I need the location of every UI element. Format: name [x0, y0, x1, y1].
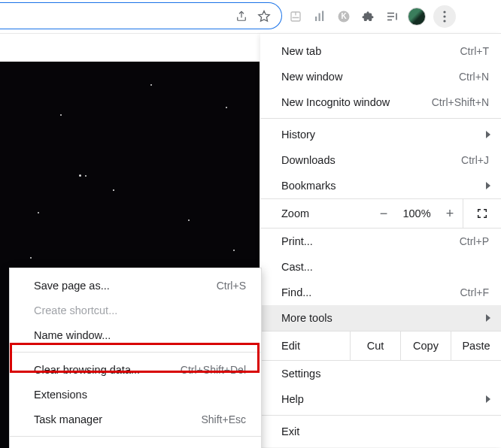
- browser-toolbar: K: [0, 0, 501, 34]
- menu-print[interactable]: Print... Ctrl+P: [260, 229, 501, 254]
- menu-shortcut: Ctrl+Shift+N: [432, 96, 489, 108]
- reading-list-icon[interactable]: [384, 8, 400, 25]
- svg-text:K: K: [341, 12, 347, 20]
- menu-history[interactable]: History: [260, 122, 501, 147]
- menu-bookmarks[interactable]: Bookmarks: [260, 173, 501, 198]
- profile-avatar[interactable]: [408, 8, 426, 26]
- submenu-label: Extensions: [34, 389, 87, 401]
- menu-help[interactable]: Help: [260, 386, 501, 412]
- submenu-extensions[interactable]: Extensions: [10, 382, 261, 407]
- edit-cut-button[interactable]: Cut: [350, 331, 400, 360]
- submenu-save-page[interactable]: Save page as... Ctrl+S: [10, 273, 261, 298]
- menu-edit-row: Edit Cut Copy Paste: [260, 331, 501, 361]
- submenu-shortcut: Shift+Esc: [201, 413, 246, 425]
- share-icon[interactable]: [233, 8, 250, 25]
- submenu-label: Clear browsing data...: [34, 364, 140, 376]
- menu-shortcut: Ctrl+T: [460, 45, 490, 57]
- svg-point-7: [443, 15, 445, 17]
- submenu-clear-browsing-data[interactable]: Clear browsing data... Ctrl+Shift+Del: [10, 357, 261, 382]
- edit-label: Edit: [260, 340, 300, 352]
- submenu-label: Name window...: [34, 329, 111, 341]
- menu-label: Find...: [281, 286, 311, 298]
- zoom-value: 100%: [396, 207, 437, 219]
- menu-zoom-row: Zoom − 100% +: [260, 198, 501, 229]
- menu-label: Downloads: [281, 154, 336, 166]
- svg-point-8: [443, 20, 445, 22]
- submenu-create-shortcut[interactable]: Create shortcut...: [10, 298, 261, 322]
- chrome-main-menu: New tab Ctrl+T New window Ctrl+N New Inc…: [260, 33, 501, 447]
- submenu-task-manager[interactable]: Task manager Shift+Esc: [10, 407, 261, 431]
- zoom-label: Zoom: [260, 207, 309, 219]
- svg-rect-1: [315, 17, 317, 21]
- menu-label: Settings: [281, 368, 320, 380]
- submenu-label: Create shortcut...: [34, 304, 117, 316]
- submenu-developer-tools[interactable]: Developer tools Ctrl+Shift+I: [10, 441, 261, 448]
- menu-label: Bookmarks: [281, 180, 336, 192]
- menu-shortcut: Ctrl+P: [460, 235, 489, 247]
- submenu-label: Save page as...: [34, 280, 110, 292]
- chrome-menu-button[interactable]: [433, 5, 456, 28]
- menu-label: New Incognito window: [281, 96, 390, 108]
- extension-icon-3[interactable]: K: [336, 8, 352, 25]
- menu-new-window[interactable]: New window Ctrl+N: [260, 64, 501, 89]
- zoom-out-button[interactable]: −: [371, 206, 396, 222]
- menu-shortcut: Ctrl+N: [459, 71, 489, 83]
- menu-find[interactable]: Find... Ctrl+F: [260, 280, 501, 305]
- zoom-in-button[interactable]: +: [437, 206, 463, 222]
- submenu-shortcut: Ctrl+S: [217, 280, 246, 292]
- menu-new-tab[interactable]: New tab Ctrl+T: [260, 38, 501, 64]
- menu-shortcut: Ctrl+F: [460, 286, 490, 298]
- submenu-name-window[interactable]: Name window...: [10, 322, 261, 347]
- extension-icon-2[interactable]: [311, 8, 328, 25]
- menu-new-incognito[interactable]: New Incognito window Ctrl+Shift+N: [260, 89, 501, 115]
- edit-copy-button[interactable]: Copy: [400, 331, 451, 360]
- menu-label: New window: [281, 71, 342, 83]
- menu-label: Exit: [281, 425, 299, 437]
- menu-shortcut: Ctrl+J: [461, 154, 489, 166]
- menu-label: Cast...: [281, 261, 313, 273]
- fullscreen-button[interactable]: [463, 199, 501, 228]
- submenu-shortcut: Ctrl+Shift+Del: [181, 364, 246, 376]
- omnibox[interactable]: [0, 2, 282, 29]
- menu-cast[interactable]: Cast...: [260, 254, 501, 280]
- menu-exit[interactable]: Exit: [260, 419, 501, 444]
- more-tools-submenu: Save page as... Ctrl+S Create shortcut..…: [9, 268, 262, 448]
- menu-label: History: [281, 129, 315, 141]
- svg-rect-2: [319, 14, 320, 22]
- menu-downloads[interactable]: Downloads Ctrl+J: [260, 147, 501, 173]
- edit-paste-button[interactable]: Paste: [451, 331, 501, 360]
- svg-rect-3: [322, 11, 323, 22]
- extensions-puzzle-icon[interactable]: [360, 8, 376, 25]
- svg-point-6: [443, 11, 445, 13]
- menu-label: More tools: [281, 312, 332, 324]
- bookmark-star-icon[interactable]: [256, 8, 272, 25]
- extension-icon-1[interactable]: [287, 8, 304, 25]
- menu-label: New tab: [281, 45, 321, 57]
- menu-label: Print...: [281, 235, 313, 247]
- menu-settings[interactable]: Settings: [260, 361, 501, 386]
- menu-more-tools[interactable]: More tools: [260, 305, 501, 331]
- menu-label: Help: [281, 393, 304, 405]
- submenu-label: Task manager: [34, 413, 102, 425]
